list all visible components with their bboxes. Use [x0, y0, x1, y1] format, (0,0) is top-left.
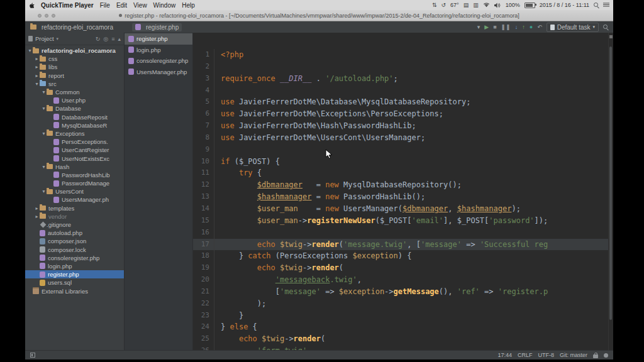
status-vcs-branch[interactable]: Git: master: [560, 352, 587, 358]
code-line-3[interactable]: 3require_once __DIR__ . '/autoload.php';: [193, 73, 613, 85]
tree-item-consoleregister.php[interactable]: consoleregister.php: [25, 254, 124, 262]
undo-icon[interactable]: ↶: [537, 25, 542, 30]
breadcrumb-project[interactable]: refactoring-eloi_rocamora: [30, 24, 113, 31]
chevron-down-icon[interactable]: ▾: [34, 81, 40, 87]
line-number[interactable]: 4: [193, 85, 214, 97]
apple-menu[interactable]: [29, 2, 35, 9]
chevron-right-icon[interactable]: ▸: [34, 73, 40, 79]
menu-app-name[interactable]: QuickTime Player: [41, 2, 94, 9]
line-number[interactable]: 16: [193, 227, 214, 239]
code-line-13[interactable]: 13 $hashmanager = new PasswordHashLib();: [193, 191, 613, 203]
chevron-right-icon[interactable]: ▸: [34, 214, 40, 219]
line-number[interactable]: 8: [193, 132, 214, 144]
spotlight-icon[interactable]: [594, 3, 599, 8]
chevron-down-icon[interactable]: ▾: [41, 106, 47, 111]
line-number[interactable]: 22: [193, 298, 214, 310]
tab-login.php[interactable]: login.php: [125, 45, 192, 56]
editor-scrollbar[interactable]: [608, 33, 613, 351]
settings-icon[interactable]: ≡: [111, 36, 114, 42]
line-number[interactable]: 25: [193, 333, 214, 345]
chevron-right-icon[interactable]: ▸: [34, 56, 40, 62]
zoom-button[interactable]: [52, 14, 55, 18]
line-number[interactable]: 20: [193, 274, 214, 286]
window-titlebar[interactable]: register.php - refactoring-eloi_rocamora…: [25, 10, 613, 21]
tree-item-passwordmanage[interactable]: PasswordManage: [25, 179, 124, 187]
code-line-22[interactable]: 22 );: [193, 298, 613, 310]
chevron-right-icon[interactable]: ▸: [34, 206, 40, 211]
code-line-7[interactable]: 7use JavierFerrerDotMe\Hash\PasswordHash…: [193, 120, 613, 132]
line-number[interactable]: 17: [193, 239, 214, 251]
tab-register.php[interactable]: register.php: [125, 33, 192, 45]
code-line-11[interactable]: 11 try {: [193, 167, 613, 179]
chevron-down-icon[interactable]: ▾: [41, 164, 47, 170]
tree-item-composer.lock[interactable]: composer.lock: [25, 246, 124, 254]
tree-item-src[interactable]: ▾src: [25, 80, 124, 88]
vcs-update-icon[interactable]: ↓: [515, 25, 518, 30]
menu-help[interactable]: Help: [182, 2, 195, 9]
chevron-right-icon[interactable]: ▸: [34, 64, 40, 70]
time-machine-icon[interactable]: ↺: [441, 2, 447, 8]
line-number[interactable]: 11: [193, 167, 214, 179]
chevron-down-icon[interactable]: ▾: [41, 131, 47, 136]
istat-disk-icon[interactable]: ▥: [473, 2, 479, 8]
notification-center-icon[interactable]: [603, 3, 609, 8]
vcs-commit-icon[interactable]: ↑: [522, 25, 525, 30]
code-editor[interactable]: 1<?php23require_once __DIR__ . '/autoloa…: [193, 33, 613, 351]
collapse-icon[interactable]: ▴: [118, 36, 121, 42]
tree-item-register.php[interactable]: register.php: [25, 270, 124, 278]
chevron-down-icon[interactable]: ▾: [477, 25, 480, 30]
tree-item-refactoring-eloi-rocamora[interactable]: ▾refactoring-eloi_rocamora: [25, 47, 124, 55]
status-caret-position[interactable]: 17:44: [497, 352, 512, 358]
line-number[interactable]: 12: [193, 179, 214, 191]
code-line-15[interactable]: 15 $user_man->registerNewUser($_POST['em…: [193, 215, 613, 227]
chevron-down-icon[interactable]: ▾: [27, 48, 33, 53]
readonly-lock-icon[interactable]: [593, 354, 598, 358]
code-line-19[interactable]: 19 echo $twig->render(: [193, 262, 613, 274]
tree-item-templates[interactable]: ▸templates: [25, 204, 124, 212]
tree-item-users.sql[interactable]: users.sql: [25, 278, 124, 287]
scrollbar-thumb[interactable]: [609, 47, 612, 320]
tree-item-common[interactable]: ▾Common: [25, 88, 124, 96]
line-number[interactable]: 10: [193, 156, 214, 168]
line-number[interactable]: 18: [193, 250, 214, 262]
code-line-23[interactable]: 23 }: [193, 310, 613, 322]
inspection-profile-icon[interactable]: [604, 353, 608, 358]
code-line-18[interactable]: 18 } catch (PersoExceptions $exception) …: [193, 250, 613, 262]
line-number[interactable]: 7: [193, 120, 214, 132]
tree-item-vendor[interactable]: ▸vendor: [25, 212, 124, 221]
chevron-down-icon[interactable]: ▾: [41, 189, 47, 194]
toolwindow-toggle-icon[interactable]: [30, 353, 35, 358]
tree-item-login.php[interactable]: login.php: [25, 262, 124, 270]
pause-button[interactable]: ❚❚: [501, 25, 511, 30]
tree-item-userscont[interactable]: ▾UsersCont: [25, 187, 124, 195]
menu-window[interactable]: Window: [153, 2, 176, 9]
code-line-12[interactable]: 12 $dbmanager = new MysqlDatabaseReposit…: [193, 179, 613, 191]
tree-item-mysqldatabaser[interactable]: MysqlDatabaseR: [25, 121, 124, 129]
project-panel-title[interactable]: Project: [35, 35, 54, 42]
tree-item-persoexceptions.[interactable]: PersoExceptions.: [25, 138, 124, 146]
tree-item-.gitignore[interactable]: .gitignore: [25, 221, 124, 229]
code-line-16[interactable]: 16: [193, 227, 613, 239]
run-button[interactable]: ▶: [484, 25, 489, 30]
line-number[interactable]: 9: [193, 144, 214, 156]
line-number[interactable]: 5: [193, 96, 214, 108]
line-number[interactable]: 3: [193, 73, 214, 85]
tree-item-usercantregister[interactable]: UserCantRegister: [25, 146, 124, 154]
refresh-icon[interactable]: ↻: [96, 36, 101, 42]
tree-item-hash[interactable]: ▾Hash: [25, 163, 124, 171]
clock-widget[interactable]: 2015 / 8 / 16 - 11:11: [540, 2, 589, 8]
line-number[interactable]: 23: [193, 310, 214, 322]
minimize-button[interactable]: [45, 14, 48, 18]
line-number[interactable]: 6: [193, 108, 214, 120]
battery-icon[interactable]: [525, 3, 535, 8]
line-number[interactable]: 19: [193, 262, 214, 274]
tree-item-database[interactable]: ▾Database: [25, 104, 124, 112]
status-encoding[interactable]: UTF-8: [538, 352, 554, 358]
tree-item-passwordhashlib[interactable]: PasswordHashLib: [25, 171, 124, 179]
line-number[interactable]: 1: [193, 49, 214, 61]
code-line-14[interactable]: 14 $user_man = new UsersManager($dbmanag…: [193, 203, 613, 215]
tree-item-external-libraries[interactable]: External Libraries: [25, 287, 124, 295]
tree-item-databasereposit[interactable]: DatabaseReposit: [25, 113, 124, 121]
line-number[interactable]: 24: [193, 321, 214, 333]
code-line-8[interactable]: 8use JavierFerrerDotMe\UsersCont\UsersMa…: [193, 132, 613, 144]
